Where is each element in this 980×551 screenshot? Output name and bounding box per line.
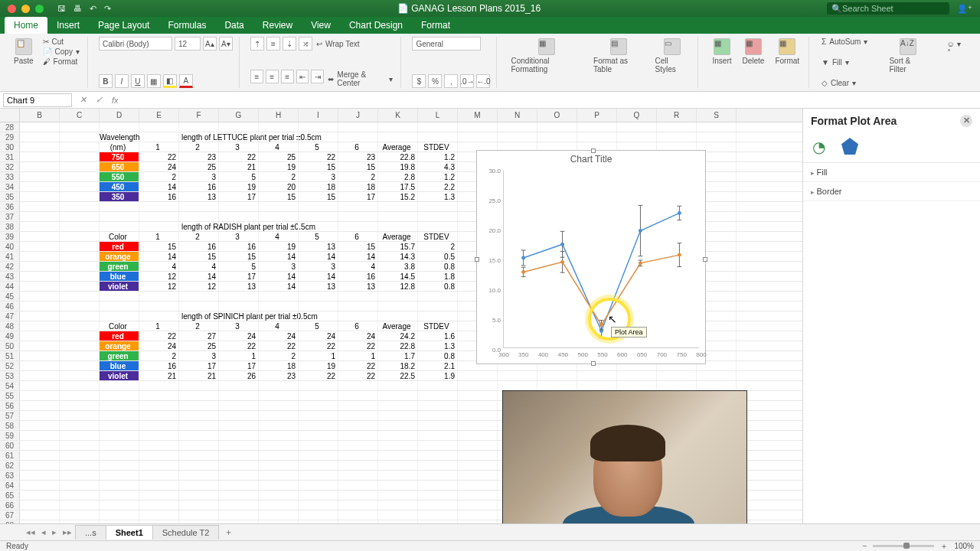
cancel-formula-icon[interactable]: ✕ <box>75 95 91 105</box>
cell[interactable]: 1.3 <box>418 192 458 201</box>
cell[interactable]: Wavelength <box>100 132 139 142</box>
cell[interactable] <box>60 371 100 380</box>
italic-button[interactable]: I <box>115 74 129 88</box>
cell[interactable] <box>179 302 219 311</box>
cell[interactable] <box>259 431 299 440</box>
cell[interactable] <box>139 500 179 510</box>
share-button[interactable]: 👤⁺ <box>956 4 974 14</box>
autosum-button[interactable]: Σ AutoSum ▾ <box>820 37 869 47</box>
cell[interactable]: 22 <box>299 152 338 161</box>
cell[interactable]: 17 <box>219 272 259 281</box>
cell[interactable] <box>259 202 299 211</box>
row-header[interactable]: 65 <box>0 491 20 500</box>
cell[interactable] <box>418 451 458 460</box>
cell[interactable]: 15 <box>179 252 219 261</box>
cell[interactable] <box>338 122 378 132</box>
cell[interactable]: 2 <box>259 172 299 181</box>
cell[interactable] <box>20 451 60 460</box>
cell[interactable] <box>418 122 458 132</box>
cell[interactable] <box>617 122 657 132</box>
cell[interactable]: 350 <box>100 192 139 201</box>
cell[interactable]: 5 <box>299 321 338 331</box>
cell[interactable] <box>299 441 338 450</box>
cell[interactable]: 14.3 <box>378 252 418 261</box>
column-header[interactable]: C <box>60 109 100 122</box>
row-header[interactable]: 59 <box>0 431 20 440</box>
cell[interactable]: 5 <box>219 172 259 181</box>
cell[interactable] <box>20 202 60 211</box>
cell[interactable] <box>20 421 60 430</box>
cell[interactable] <box>179 510 219 520</box>
comma-icon[interactable]: , <box>444 74 458 88</box>
cell[interactable]: 22 <box>299 371 338 380</box>
cell[interactable] <box>338 510 378 520</box>
cell[interactable] <box>299 421 338 430</box>
cell[interactable] <box>219 451 259 460</box>
cell[interactable]: 1.2 <box>418 152 458 161</box>
cell[interactable] <box>60 321 100 331</box>
cell[interactable] <box>100 222 139 231</box>
row-header[interactable]: 63 <box>0 471 20 480</box>
percent-icon[interactable]: % <box>428 74 442 88</box>
zoom-slider[interactable] <box>873 545 934 547</box>
cell[interactable]: 2.2 <box>418 182 458 191</box>
cell[interactable]: 18 <box>259 361 299 370</box>
cell[interactable] <box>219 500 259 510</box>
row-header[interactable]: 35 <box>0 192 20 201</box>
cell[interactable] <box>458 431 498 440</box>
cell[interactable] <box>100 510 139 520</box>
cell[interactable] <box>179 391 219 400</box>
cell[interactable] <box>657 381 697 390</box>
cell[interactable]: STDEV <box>418 142 458 152</box>
cell[interactable] <box>299 132 338 142</box>
cell[interactable] <box>100 491 139 500</box>
cell[interactable]: 15 <box>338 162 378 171</box>
cell[interactable]: green <box>100 262 139 271</box>
cell[interactable]: 22 <box>259 341 299 350</box>
cell[interactable] <box>20 381 60 390</box>
cell[interactable]: 0.8 <box>418 262 458 271</box>
cell[interactable] <box>299 391 338 400</box>
row-header[interactable]: 36 <box>0 202 20 211</box>
cell[interactable]: 22 <box>338 341 378 350</box>
cell[interactable] <box>299 481 338 490</box>
cell[interactable] <box>299 451 338 460</box>
cell[interactable]: 15 <box>259 192 299 201</box>
cell[interactable] <box>219 441 259 450</box>
cell[interactable] <box>338 311 378 321</box>
row-header[interactable]: 51 <box>0 351 20 360</box>
cell[interactable] <box>219 461 259 470</box>
cell[interactable] <box>378 421 418 430</box>
tab-view[interactable]: View <box>302 17 340 34</box>
cell[interactable] <box>100 500 139 510</box>
cell[interactable] <box>139 431 179 440</box>
cell[interactable] <box>338 202 378 211</box>
cell[interactable]: 4 <box>338 262 378 271</box>
cell[interactable] <box>458 132 498 142</box>
cell[interactable] <box>219 222 259 231</box>
row-header[interactable]: 66 <box>0 500 20 510</box>
cell[interactable] <box>418 212 458 221</box>
row-header[interactable]: 43 <box>0 272 20 281</box>
row-header[interactable]: 56 <box>0 401 20 410</box>
cell[interactable]: 25 <box>179 162 219 171</box>
row-header[interactable]: 54 <box>0 381 20 390</box>
cell[interactable] <box>338 441 378 450</box>
orientation-icon[interactable]: ⤮ <box>299 37 312 51</box>
cell[interactable]: 21 <box>139 371 179 380</box>
cell[interactable] <box>60 510 100 520</box>
tab-format[interactable]: Format <box>412 17 459 34</box>
cell[interactable]: 14 <box>259 272 299 281</box>
zoom-level[interactable]: 100% <box>954 542 974 550</box>
cell[interactable] <box>139 122 179 132</box>
cell[interactable]: 5 <box>219 262 259 271</box>
cell[interactable] <box>219 202 259 211</box>
cell[interactable] <box>179 451 219 460</box>
cell[interactable]: Average <box>378 142 418 152</box>
cell[interactable] <box>60 451 100 460</box>
column-header[interactable]: S <box>697 109 737 122</box>
cell[interactable] <box>100 431 139 440</box>
cell[interactable] <box>20 491 60 500</box>
cell[interactable] <box>338 401 378 410</box>
cell[interactable]: 6 <box>338 321 378 331</box>
